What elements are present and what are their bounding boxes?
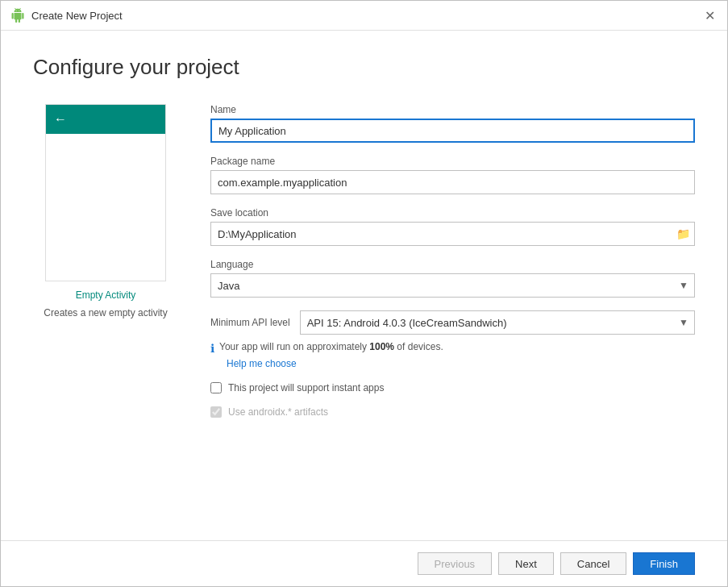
package-name-label: Package name [210,156,695,167]
title-bar-left: Create New Project [10,8,123,23]
activity-topbar: ← [46,105,165,134]
androidx-row: Use androidx.* artifacts [210,406,695,418]
package-name-input[interactable] [210,170,695,194]
api-info-percent: 100% [369,341,394,352]
save-location-field-group: Save location 📁 [210,207,695,246]
close-button[interactable]: ✕ [701,7,718,23]
instant-apps-checkbox[interactable] [210,382,222,393]
right-panel: Name Package name Save location 📁 [210,104,695,524]
left-panel: ← Empty Activity Creates a new empty act… [33,104,178,524]
info-icon: ℹ [210,342,214,355]
save-location-input-wrapper: 📁 [210,222,695,246]
language-select[interactable]: Java Kotlin [210,273,695,298]
language-label: Language [210,259,695,270]
dialog-content: Configure your project ← Empty Activity … [1,31,727,540]
api-row: Minimum API level API 15: Android 4.0.3 … [210,310,695,335]
instant-apps-label: This project will support instant apps [228,382,384,393]
api-info-prefix: Your app will run on approximately [219,341,369,352]
previous-button[interactable]: Previous [418,552,493,575]
folder-icon[interactable]: 📁 [676,227,690,240]
min-api-select-wrapper: API 15: Android 4.0.3 (IceCreamSandwich)… [300,310,695,335]
activity-description: Creates a new empty activity [44,307,167,318]
language-field-group: Language Java Kotlin ▼ [210,259,695,298]
name-input[interactable] [210,119,695,143]
api-info-suffix: of devices. [394,341,443,352]
android-icon [10,8,25,23]
create-new-project-dialog: Create New Project ✕ Configure your proj… [0,0,728,587]
min-api-select[interactable]: API 15: Android 4.0.3 (IceCreamSandwich)… [300,310,695,335]
dialog-title: Create New Project [31,10,123,22]
api-info-text: Your app will run on approximately 100% … [219,341,443,352]
cancel-button[interactable]: Cancel [560,552,626,575]
page-title: Configure your project [33,55,695,80]
language-select-wrapper: Java Kotlin ▼ [210,273,695,298]
help-me-choose-link[interactable]: Help me choose [227,358,695,369]
activity-label: Empty Activity [76,289,136,301]
finish-button[interactable]: Finish [633,552,695,575]
footer: Previous Next Cancel Finish [1,540,727,586]
androidx-label: Use androidx.* artifacts [228,406,328,418]
min-api-label: Minimum API level [210,317,290,328]
title-bar: Create New Project ✕ [1,1,727,31]
main-area: ← Empty Activity Creates a new empty act… [33,104,695,524]
activity-content-area [46,134,165,281]
name-label: Name [210,104,695,115]
back-arrow-icon: ← [54,112,67,127]
androidx-checkbox[interactable] [210,406,222,418]
api-info-row: ℹ Your app will run on approximately 100… [210,341,695,355]
name-field-group: Name [210,104,695,143]
package-name-field-group: Package name [210,156,695,194]
save-location-input[interactable] [210,222,695,246]
min-api-field-group: Minimum API level API 15: Android 4.0.3 … [210,310,695,369]
next-button[interactable]: Next [498,552,554,575]
activity-preview: ← [45,104,166,281]
save-location-label: Save location [210,207,695,219]
instant-apps-row: This project will support instant apps [210,382,695,393]
